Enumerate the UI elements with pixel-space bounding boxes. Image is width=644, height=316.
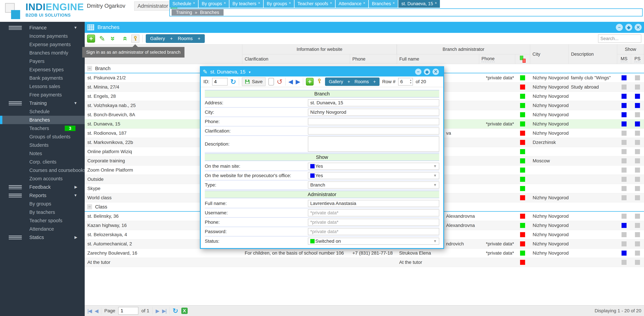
- next-record-button[interactable]: ▶: [296, 78, 300, 85]
- dropdown-caret-icon[interactable]: ▼: [433, 174, 437, 178]
- column-header-description[interactable]: Description: [568, 44, 617, 64]
- sidebar-item[interactable]: Training ▼: [0, 99, 85, 107]
- sidebar-item[interactable]: Finance ▼: [0, 24, 85, 32]
- dialog-maximize-button[interactable]: ◆: [424, 68, 430, 75]
- field-input[interactable]: st. Dunaeva, 15: [308, 99, 439, 106]
- gallery-rooms-buttons[interactable]: Gallery + Rooms +: [146, 34, 205, 43]
- field-input[interactable]: Lavrentieva Anastasia: [308, 200, 439, 207]
- dialog-close-button[interactable]: ✕: [432, 68, 439, 75]
- field-input[interactable]: [308, 136, 439, 152]
- collapse-group-icon[interactable]: −: [87, 204, 92, 209]
- dialog-gallery-rooms-buttons[interactable]: Gallery + Rooms +: [325, 78, 380, 86]
- tab[interactable]: Attendance ×: [336, 0, 368, 8]
- gallery-button[interactable]: Gallery: [150, 36, 165, 41]
- column-header-full-name[interactable]: Full name: [397, 54, 479, 64]
- sidebar-item[interactable]: Attendance: [0, 225, 85, 233]
- export-excel-button[interactable]: X: [181, 308, 188, 314]
- dropdown-caret-icon[interactable]: ▼: [433, 183, 437, 187]
- sidebar-item[interactable]: Feedback ▶: [0, 183, 85, 191]
- undo-button[interactable]: ↺: [277, 78, 282, 86]
- field-input[interactable]: Switched on ▼: [308, 238, 439, 245]
- sidebar-item[interactable]: Payers: [0, 57, 85, 66]
- refresh-button[interactable]: ↻: [172, 307, 178, 315]
- sidebar-item[interactable]: Bank payments: [0, 74, 85, 82]
- dialog-refresh-button[interactable]: ↻: [230, 78, 236, 86]
- sidebar-item[interactable]: Statics ▶: [0, 233, 85, 242]
- tab[interactable]: Branches ×: [369, 0, 398, 8]
- gallery-button[interactable]: Gallery: [329, 79, 343, 84]
- tab[interactable]: By groups ×: [198, 0, 229, 8]
- sidebar-item[interactable]: Lessons sales: [0, 82, 85, 90]
- sidebar-item[interactable]: Expense payments: [0, 40, 85, 49]
- field-input[interactable]: *private data*: [308, 219, 439, 226]
- sidebar-item[interactable]: Expenses types: [0, 66, 85, 74]
- previous-record-button[interactable]: ◀: [288, 78, 293, 85]
- sign-in-as-admin-button[interactable]: [131, 34, 139, 42]
- dialog-header[interactable]: ✎ st. Dunaeva, 15 ▼ − ◆ ✕: [201, 67, 443, 76]
- panel-maximize-button[interactable]: ◆: [625, 24, 632, 31]
- sidebar-item[interactable]: By groups: [0, 200, 85, 208]
- tab[interactable]: Schedule ×: [170, 0, 198, 8]
- sidebar-item[interactable]: Notes: [0, 149, 85, 158]
- page-number-input[interactable]: [118, 307, 138, 315]
- tab[interactable]: By teachers ×: [230, 0, 263, 8]
- sidebar-item[interactable]: Branches: [0, 116, 85, 124]
- sidebar-item[interactable]: Schedule: [0, 107, 85, 116]
- tab-close-icon[interactable]: ×: [193, 1, 195, 5]
- add-button[interactable]: +: [87, 34, 95, 42]
- sidebar-item[interactable]: Courses and coursebooks: [0, 166, 85, 174]
- gallery-add-button[interactable]: +: [170, 36, 173, 41]
- sidebar-item[interactable]: By teachers: [0, 208, 85, 216]
- column-header-ps[interactable]: PS: [631, 54, 644, 64]
- sidebar-item[interactable]: Reports ▼: [0, 191, 85, 200]
- table-row[interactable]: At the tutor At the tutor: [85, 258, 644, 267]
- sidebar-item[interactable]: Corp. clients: [0, 158, 85, 166]
- column-group-show[interactable]: Show: [617, 44, 644, 54]
- row-number-stepper[interactable]: 6 ▲▼: [398, 78, 413, 86]
- prev-page-button[interactable]: ◀: [94, 308, 98, 314]
- caret-icon[interactable]: ▼: [74, 193, 77, 198]
- column-header-phone-site[interactable]: Phone: [350, 54, 397, 64]
- column-header-status[interactable]: [515, 54, 530, 64]
- sidebar-item[interactable]: Income payments: [0, 32, 85, 40]
- search-input[interactable]: [598, 34, 641, 43]
- rooms-button[interactable]: Rooms: [354, 79, 369, 84]
- dialog-title-caret-icon[interactable]: ▼: [248, 70, 251, 74]
- sidebar-item[interactable]: Teachers 3: [0, 124, 85, 132]
- column-header-city[interactable]: City: [530, 44, 569, 64]
- last-page-button[interactable]: ▶|: [162, 308, 166, 314]
- column-header-clarification[interactable]: Clarification: [242, 54, 350, 64]
- field-input[interactable]: Yes ▼: [308, 163, 439, 170]
- dialog-key-button[interactable]: [316, 78, 322, 85]
- sidebar-item[interactable]: Branches monthly: [0, 49, 85, 57]
- save-button[interactable]: Save: [242, 77, 266, 86]
- column-header-phone-admin[interactable]: Phone: [479, 54, 515, 64]
- move-up-button[interactable]: »: [109, 34, 117, 42]
- tab-close-icon[interactable]: ×: [224, 1, 226, 5]
- tab-close-icon[interactable]: ×: [330, 1, 332, 5]
- column-group-info[interactable]: Information for website: [242, 44, 397, 54]
- tab-close-icon[interactable]: ×: [258, 1, 260, 5]
- field-input[interactable]: Yes ▼: [308, 172, 439, 179]
- dialog-minimize-button[interactable]: −: [415, 68, 422, 75]
- column-group-admin[interactable]: Branch administrator: [397, 44, 530, 54]
- breadcrumb[interactable]: Training » Branches: [172, 9, 224, 16]
- gallery-add-button[interactable]: +: [348, 79, 350, 84]
- blank-record-button[interactable]: [268, 78, 274, 86]
- dropdown-caret-icon[interactable]: ▼: [433, 239, 437, 243]
- tab-close-icon[interactable]: ×: [435, 1, 437, 5]
- id-input[interactable]: [212, 78, 228, 86]
- tab-close-icon[interactable]: ×: [392, 1, 395, 5]
- rooms-add-button[interactable]: +: [198, 36, 200, 41]
- field-input[interactable]: Branch ▼: [308, 182, 439, 188]
- edit-button[interactable]: ✎: [98, 34, 106, 42]
- sidebar-item[interactable]: Teacher spoofs: [0, 216, 85, 225]
- table-row[interactable]: Zarechny Boulevard, 16 For children, on …: [85, 248, 644, 258]
- field-input[interactable]: [308, 128, 439, 134]
- panel-close-button[interactable]: ✕: [634, 24, 642, 31]
- tab[interactable]: st. Dunaeva, 15 ×: [398, 0, 440, 8]
- stepper-arrows-icon[interactable]: ▲▼: [410, 78, 412, 84]
- tab[interactable]: By groups ×: [264, 0, 294, 8]
- dropdown-caret-icon[interactable]: ▼: [433, 164, 437, 168]
- dialog-add-button[interactable]: +: [306, 78, 314, 86]
